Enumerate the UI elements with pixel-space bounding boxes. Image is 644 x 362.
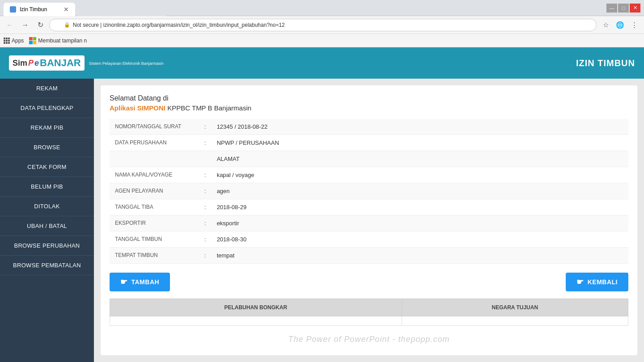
field-value-kapal: kapal / voyage xyxy=(212,167,628,183)
bottom-table: PELABUHAN BONGKAR NEGARA TUJUAN xyxy=(110,299,628,326)
field-label-tempat-timbun: TEMPAT TIMBUN xyxy=(110,248,199,264)
colon: : xyxy=(199,183,212,199)
tambah-button[interactable]: ☛ TAMBAH xyxy=(110,273,170,291)
field-value-alamat: ALAMAT xyxy=(212,151,628,167)
hand-icon-left: ☛ xyxy=(120,277,128,287)
field-value-agen: agen xyxy=(212,183,628,199)
colon xyxy=(199,151,212,167)
browser-toolbar: ← → ↻ 🔒 Not secure | izinonline.zapto.or… xyxy=(0,16,644,34)
logo-banjar: BANJAR xyxy=(40,57,81,69)
menu-button[interactable]: ⋮ xyxy=(628,19,640,31)
field-label-surat: NOMOR/TANGGAL SURAT xyxy=(110,119,199,135)
sidebar-item-ubah-batal[interactable]: UBAH / BATAL xyxy=(0,216,94,236)
sidebar-item-cetak-form[interactable]: CETAK FORM xyxy=(0,157,94,177)
field-value-tempat-timbun: tempat xyxy=(212,248,628,264)
window-controls: — □ ✕ xyxy=(606,4,640,13)
browser-titlebar: Izin Timbun ✕ — □ ✕ xyxy=(0,0,644,16)
field-value-surat: 12345 / 2018-08-22 xyxy=(212,119,628,135)
col-header-negara: NEGARA TUJUAN xyxy=(402,299,628,316)
form-table: NOMOR/TANGGAL SURAT : 12345 / 2018-08-22… xyxy=(110,119,628,264)
field-label-kapal: NAMA KAPAL/VOYAGE xyxy=(110,167,199,183)
kembali-label: KEMBALI xyxy=(588,278,618,286)
logo-area: Sim P e BANJAR Sistem Pelayanan Elektron… xyxy=(9,55,164,71)
field-value-perusahaan: NPWP / PERUSAHAAN xyxy=(212,135,628,151)
colon: : xyxy=(199,119,212,135)
welcome-line1: Selamat Datang di xyxy=(110,94,628,102)
sidebar-item-ditolak[interactable]: DITOLAK xyxy=(0,197,94,216)
field-label-tanggal-timbun: TANGGAL TIMBUN xyxy=(110,232,199,248)
colon: : xyxy=(199,248,212,264)
microsoft-bookmark[interactable]: Membuat tampilan n xyxy=(29,37,87,44)
cell-pelabuhan xyxy=(110,316,402,326)
sidebar-item-rekam[interactable]: REKAM xyxy=(0,79,94,98)
header-title: IZIN TIMBUN xyxy=(576,58,635,68)
reload-button[interactable]: ↻ xyxy=(34,19,47,31)
colon: : xyxy=(199,135,212,151)
colon: : xyxy=(199,199,212,215)
site-header: Sim P e BANJAR Sistem Pelayanan Elektron… xyxy=(0,47,644,79)
tab-title: Izin Timbun xyxy=(20,6,47,13)
button-row: ☛ TAMBAH ☛ KEMBALI xyxy=(110,273,628,291)
colon: : xyxy=(199,232,212,248)
back-button[interactable]: ← xyxy=(4,19,16,31)
kembali-button[interactable]: ☛ KEMBALI xyxy=(566,273,628,291)
cell-negara xyxy=(402,316,628,326)
table-row: ALAMAT xyxy=(110,151,628,167)
hand-icon-right: ☛ xyxy=(576,277,584,287)
sidebar: REKAM DATA PELENGKAP REKAM PIB BROWSE CE… xyxy=(0,79,94,362)
page-wrapper: Sim P e BANJAR Sistem Pelayanan Elektron… xyxy=(0,47,644,362)
table-row: TEMPAT TIMBUN : tempat xyxy=(110,248,628,264)
forward-button[interactable]: → xyxy=(19,19,31,31)
table-row: TANGGAL TIMBUN : 2018-08-30 xyxy=(110,232,628,248)
apps-grid-icon xyxy=(4,38,10,44)
sidebar-item-belum-pib[interactable]: BELUM PIB xyxy=(0,177,94,197)
tambah-label: TAMBAH xyxy=(131,278,160,286)
table-row: NAMA KAPAL/VOYAGE : kapal / voyage xyxy=(110,167,628,183)
bookmarks-bar: Apps Membuat tampilan n xyxy=(0,34,644,47)
welcome-app: Aplikasi SIMPONI xyxy=(110,104,165,112)
apps-bookmark[interactable]: Apps xyxy=(4,38,24,44)
colon: : xyxy=(199,215,212,232)
address-bar[interactable]: 🔒 Not secure | izinonline.zapto.org/banj… xyxy=(49,19,597,31)
lock-icon: 🔒 xyxy=(64,22,70,28)
col-header-pelabuhan: PELABUHAN BONGKAR xyxy=(110,299,402,316)
logo-p: P xyxy=(28,59,34,68)
content-area: Selamat Datang di Aplikasi SIMPONI KPPBC… xyxy=(94,79,644,362)
table-row: NOMOR/TANGGAL SURAT : 12345 / 2018-08-22 xyxy=(110,119,628,135)
table-row: EKSPORTIR : eksportir xyxy=(110,215,628,232)
new-tab-area[interactable] xyxy=(77,3,166,16)
logo-e: e xyxy=(34,59,39,68)
welcome-app-rest: KPPBC TMP B Banjarmasin xyxy=(165,104,251,112)
field-label-tanggal-tiba: TANGGAL TIBA xyxy=(110,199,199,215)
watermark: The Power of PowerPoint - thepopp.com xyxy=(110,326,628,346)
table-row: DATA PERUSAHAAN : NPWP / PERUSAHAAN xyxy=(110,135,628,151)
field-label-agen: AGEN PELAYARAN xyxy=(110,183,199,199)
field-value-eksportir: eksportir xyxy=(212,215,628,232)
window-minimize-button[interactable]: — xyxy=(606,4,617,13)
sidebar-item-data-pelengkap[interactable]: DATA PELENGKAP xyxy=(0,98,94,118)
field-label-perusahaan: DATA PERUSAHAAN xyxy=(110,135,199,151)
field-label-alamat xyxy=(110,151,199,167)
apps-label: Apps xyxy=(12,38,24,44)
address-bar-url: Not secure | izinonline.zapto.org/banjar… xyxy=(73,22,285,28)
microsoft-icon xyxy=(29,37,36,44)
field-label-eksportir: EKSPORTIR xyxy=(110,215,199,232)
content-card: Selamat Datang di Aplikasi SIMPONI KPPBC… xyxy=(101,85,637,355)
tab-favicon xyxy=(10,6,16,13)
field-value-tanggal-tiba: 2018-08-29 xyxy=(212,199,628,215)
browser-tab[interactable]: Izin Timbun ✕ xyxy=(4,3,75,16)
sidebar-item-browse-pembatalan[interactable]: BROWSE PEMBATALAN xyxy=(0,256,94,275)
sidebar-item-rekam-pib[interactable]: REKAM PIB xyxy=(0,118,94,138)
main-layout: REKAM DATA PELENGKAP REKAM PIB BROWSE CE… xyxy=(0,79,644,362)
window-maximize-button[interactable]: □ xyxy=(618,4,629,13)
sidebar-item-browse[interactable]: BROWSE xyxy=(0,138,94,157)
window-close-button[interactable]: ✕ xyxy=(630,4,640,13)
tab-close-button[interactable]: ✕ xyxy=(64,6,69,13)
globe-icon-button[interactable]: 🌐 xyxy=(614,19,626,31)
toolbar-icons: ☆ 🌐 ⋮ xyxy=(599,19,640,31)
sidebar-item-browse-perubahan[interactable]: BROWSE PERUBAHAN xyxy=(0,236,94,256)
bookmark-star-button[interactable]: ☆ xyxy=(599,19,612,31)
bookmark-label: Membuat tampilan n xyxy=(38,38,87,44)
table-row: TANGGAL TIBA : 2018-08-29 xyxy=(110,199,628,215)
table-row xyxy=(110,316,628,326)
